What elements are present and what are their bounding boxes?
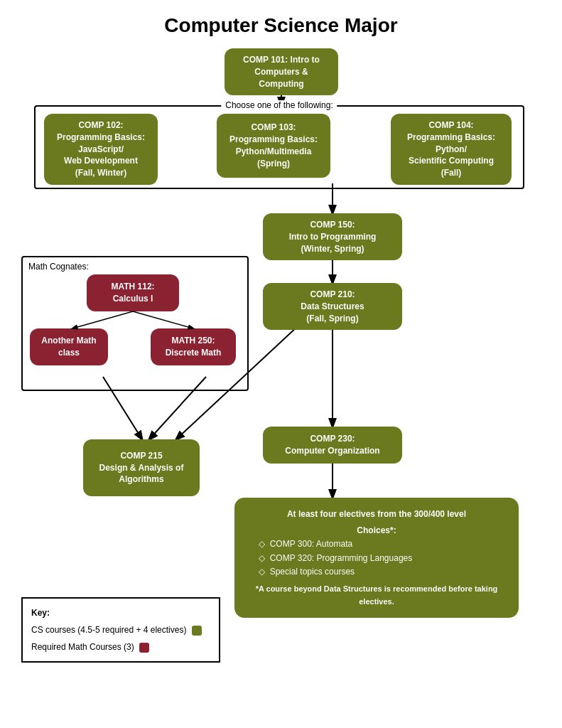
choose-label: Choose one of the following: [221,100,337,110]
svg-line-8 [72,311,133,328]
electives-title: At least four electives from the 300/400… [247,508,506,521]
choose-box: Choose one of the following: COMP 102: P… [34,105,524,189]
math250-node: MATH 250: Discrete Math [151,328,236,365]
key-cs-swatch [192,626,202,636]
electives-node: At least four electives from the 300/400… [234,498,519,618]
another-math-node: Another Math class [30,328,108,365]
comp150-node: COMP 150: Intro to Programming (Winter, … [263,213,402,260]
math-label: Math Cognates: [28,262,89,272]
comp210-node: COMP 210: Data Structures (Fall, Spring) [263,283,402,330]
comp104-node: COMP 104: Programming Basics: Python/ Sc… [391,114,512,185]
key-cs: CS courses (4.5-5 required + 4 electives… [31,621,210,638]
comp101-node: COMP 101: Intro to Computers & Computing [225,48,338,95]
comp103-node: COMP 103: Programming Basics: Python/Mul… [217,114,330,178]
electives-footnote: *A course beyond Data Structures is reco… [247,583,506,608]
math-box: Math Cognates: MATH 112: Calculus I Anot… [21,256,249,391]
electives-item-3: ◇ Special topics courses [247,565,506,579]
comp102-node: COMP 102: Programming Basics: JavaScript… [44,114,158,185]
comp215-node: COMP 215 Design & Analysis of Algorithms [83,439,200,496]
comp230-node: COMP 230: Computer Organization [263,427,402,464]
math112-node: MATH 112: Calculus I [87,274,179,311]
page: Computer Science Major COMP 101: Intro t… [0,0,562,728]
svg-line-9 [133,311,193,328]
electives-item-2: ◇ COMP 320: Programming Languages [247,552,506,565]
electives-choices: Choices*: [247,524,506,537]
page-title: Computer Science Major [21,14,541,37]
electives-item-1: ◇ COMP 300: Automata [247,537,506,551]
key-box: Key: CS courses (4.5-5 required + 4 elec… [21,597,220,663]
key-math: Required Math Courses (3) [31,638,210,655]
key-label: Key: [31,604,210,621]
key-math-swatch [139,643,149,653]
